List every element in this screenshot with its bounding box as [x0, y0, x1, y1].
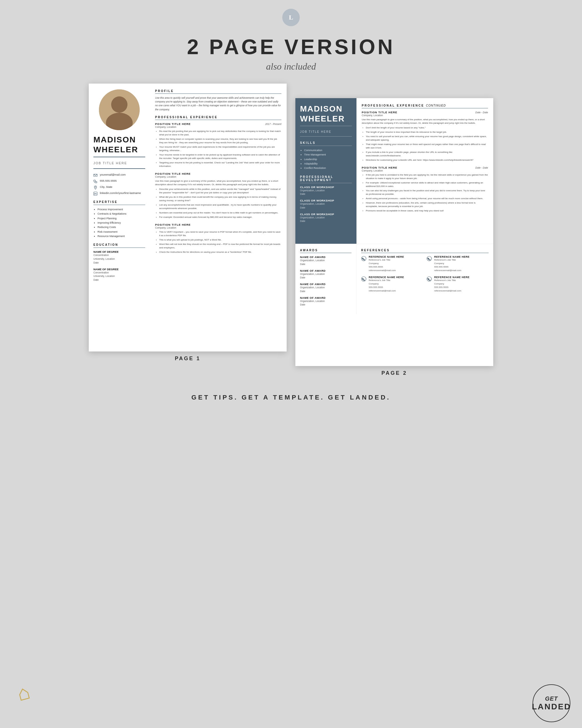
footer-section: GET TIPS. GET A TEMPLATE. GET LANDED. [0, 382, 582, 407]
job-title-2: POSITION TITLE HERE [155, 172, 191, 175]
job-item-2: POSITION TITLE HERE Company, Location Us… [155, 172, 281, 219]
job-title-3: POSITION TITLE HERE [155, 223, 191, 226]
job-company-2: Company, Location [155, 175, 281, 178]
p2-job-bullets-1: Don't limit the length of your resume ba… [362, 126, 488, 162]
list-item: List any accomplishments that are most i… [159, 203, 281, 210]
list-item: Pronouns would be acceptable in these ca… [366, 209, 488, 213]
watermark-badge: get LANDED [532, 684, 570, 722]
job-date-1: 2017 - Present [265, 123, 281, 126]
resume-page-2: MADISON WHEELER JOB TITLE HERE SKILLS Co… [295, 98, 493, 366]
references-section: REFERENCES REFERENCE NAME HERE Reference… [357, 244, 493, 314]
list-item: Re-read the job posting that you are app… [159, 130, 281, 136]
ref-item-4: REFERENCE NAME HERE Reference's Job Titl… [426, 276, 489, 293]
sub-title: also included [0, 61, 582, 72]
p2-job-desc-1: Use this main paragraph to give a summar… [362, 118, 488, 125]
list-item: Don't limit the length of your resume ba… [366, 126, 488, 130]
list-item: Targeting your resume to the job posting… [159, 161, 281, 168]
list-item: Conflict Resolution [304, 166, 352, 171]
p2-name: MADISON WHEELER [300, 104, 352, 124]
ref-item-1: REFERENCE NAME HERE Reference's Job Titl… [361, 255, 423, 272]
list-item: The length of your resume is less import… [366, 130, 488, 134]
profile-text: Use this area to quickly sell yourself a… [155, 96, 281, 111]
awards-section: AWARDS NAME OF AWARD Organization, Locat… [295, 244, 357, 314]
job-company-3: Company, Location [155, 226, 281, 229]
list-item: Communication [304, 148, 352, 153]
list-item: Numbers are essential and jump out at th… [159, 211, 281, 215]
contact-email: youremail@mail.com [93, 173, 145, 177]
location-icon [93, 185, 98, 189]
list-item: Improving Efficiency [98, 221, 145, 225]
list-item: When the hiring team or computer system … [159, 137, 281, 145]
experience-section-title: PROFESSIONAL EXPERIENCE [155, 115, 281, 120]
resume-page-1: MADISON WHEELER JOB TITLE HERE youremail… [89, 84, 287, 352]
profile-photo [99, 89, 140, 130]
list-item: Time Management [304, 153, 352, 157]
list-item: However, there are professions (educatio… [366, 201, 488, 208]
paperclip-decoration: ⌂ [15, 680, 32, 706]
top-badge-container: L [0, 0, 582, 26]
email-icon [93, 173, 98, 177]
list-item: This is VERY important – you need to sav… [159, 230, 281, 237]
job-bullets-1: Re-read the job posting that you are app… [155, 130, 281, 168]
ref-phone-icon-3 [361, 276, 366, 282]
award-item: NAME OF AWARD Organization, LocationDate [300, 269, 352, 280]
brand-badge: L [282, 9, 300, 26]
job-desc-2: Use this main paragraph to give a summar… [155, 179, 281, 186]
ref-item-2: REFERENCE NAME HERE Reference's Job Titl… [426, 255, 489, 272]
pro-dev-item: CLASS OR WORKSHOP Organization, Location… [300, 199, 352, 210]
list-item: Adaptability [304, 162, 352, 166]
expertise-title: EXPERTISE [93, 200, 145, 205]
list-item: You can also list any challenges you fac… [366, 189, 488, 196]
list-item: If the job you held is unrelated to the … [366, 173, 488, 180]
contact-linkedin: linkedin.com/in/yourfirst-lastname [93, 191, 145, 196]
contact-phone: 555.555.5555 [93, 179, 145, 183]
education-title: EDUCATION [93, 243, 145, 248]
references-grid: REFERENCE NAME HERE Reference's Job Titl… [361, 255, 489, 293]
list-item: Risk Assessment [98, 230, 145, 234]
list-item: You need to sell yourself as best you ca… [366, 135, 488, 142]
page2-left-column: MADISON WHEELER JOB TITLE HERE SKILLS Co… [295, 98, 357, 244]
main-title: 2 Page Version [0, 35, 582, 59]
edu-detail: ConcentrationUniversity, LocationDate [93, 253, 145, 264]
svg-point-4 [95, 187, 96, 187]
job-bullets-3: This is VERY important – you need to sav… [155, 230, 281, 254]
p2-job-company-2: Company, Location [362, 169, 488, 172]
list-item: Resource Management [98, 234, 145, 238]
job-title-1: POSITION TITLE HERE [155, 122, 191, 126]
page2-top: MADISON WHEELER JOB TITLE HERE SKILLS Co… [295, 98, 493, 244]
footer-text: GET TIPS. GET A TEMPLATE. GET LANDED. [0, 394, 582, 401]
ref-phone-icon-4 [426, 276, 432, 282]
list-item: Contracts & Negotiations [98, 212, 145, 216]
linkedin-icon [93, 191, 98, 196]
skills-title: SKILLS [300, 141, 352, 146]
page2-wrapper: MADISON WHEELER JOB TITLE HERE SKILLS Co… [295, 84, 493, 376]
job-item-1: POSITION TITLE HERE 2017 - Present Compa… [155, 122, 281, 168]
list-item: Reducing Costs [98, 225, 145, 230]
ref-phone-icon-2 [426, 256, 432, 261]
page2-right-column: PROFESSIONAL EXPERIENCE continued POSITI… [357, 98, 493, 244]
edu-item: NAME OF DEGREE ConcentrationUniversity, … [93, 268, 145, 282]
list-item: What did you do in this position that co… [159, 196, 281, 202]
list-item: If you include a link to your LinkedIn p… [366, 151, 488, 158]
contact-address: City, State [93, 185, 145, 189]
list-item: Project Planning [98, 216, 145, 221]
job-item-3: POSITION TITLE HERE Company, Location Th… [155, 223, 281, 254]
list-item: Directions for customizing your LinkedIn… [366, 158, 488, 162]
pages-container: MADISON WHEELER JOB TITLE HERE youremail… [0, 78, 582, 382]
list-item: Describe your achievements while in this… [159, 187, 281, 194]
page1-right-column: PROFILE Use this area to quickly sell yo… [150, 84, 287, 352]
edu-detail: ConcentrationUniversity, LocationDate [93, 271, 145, 282]
pro-dev-item: CLASS OR WORKSHOP Organization, Location… [300, 185, 352, 196]
p2-job-title-2: POSITION TITLE HERE [362, 166, 397, 169]
list-item: Your resume needs to be targeted in orde… [159, 153, 281, 160]
award-item: NAME OF AWARD Organization, LocationDate [300, 255, 352, 266]
page1-wrapper: MADISON WHEELER JOB TITLE HERE youremail… [89, 84, 287, 362]
edu-item: NAME OF DEGREE ConcentrationUniversity, … [93, 250, 145, 264]
expertise-list: Process Improvement Contracts & Negotiat… [93, 207, 145, 238]
list-item: For example: Utilized exceptional custom… [366, 181, 488, 188]
list-item: Your resume MUST match your skills and e… [159, 145, 281, 152]
ref-item-3: REFERENCE NAME HERE Reference's Job Titl… [361, 276, 423, 293]
page2-label: PAGE 2 [295, 370, 493, 376]
phone-icon [93, 179, 98, 183]
job-bullets-2: Describe your achievements while in this… [155, 187, 281, 219]
